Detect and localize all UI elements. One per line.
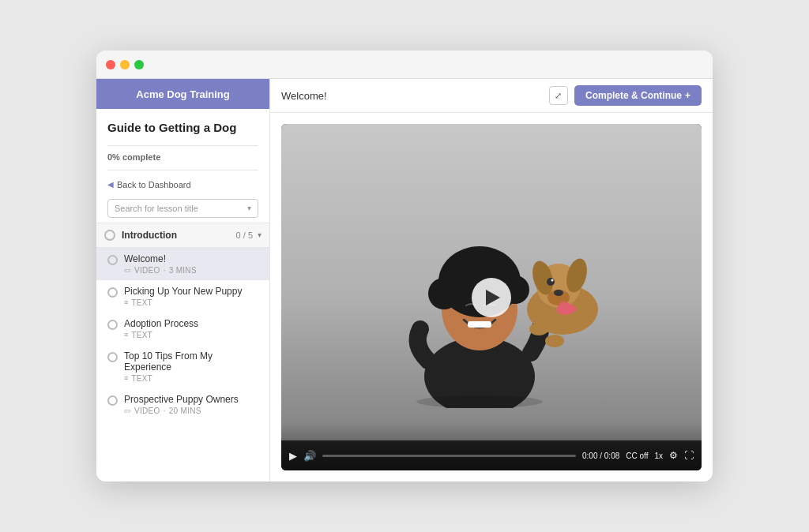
lesson-type: VIDEO bbox=[134, 406, 160, 415]
text-icon: ≡ bbox=[124, 331, 128, 339]
section-circle-icon bbox=[104, 230, 115, 241]
lesson-type: VIDEO bbox=[134, 266, 160, 275]
lesson-name: Prospective Puppy Owners bbox=[124, 394, 239, 405]
volume-button[interactable]: 🔊 bbox=[303, 450, 316, 462]
lesson-meta: ▭ VIDEO · 20 MINS bbox=[124, 406, 239, 415]
app-body: Acme Dog Training Guide to Getting a Dog… bbox=[96, 79, 713, 481]
expand-icon: ⤢ bbox=[555, 91, 562, 101]
traffic-lights bbox=[106, 60, 144, 69]
video-icon: ▭ bbox=[124, 266, 131, 274]
lesson-name: Adoption Process bbox=[124, 318, 198, 329]
lesson-type: TEXT bbox=[131, 298, 152, 307]
video-progress-bar[interactable] bbox=[322, 455, 576, 457]
video-controls-bar: ▶ 🔊 0:00 / 0:08 CC off 1x ⚙ bbox=[281, 440, 702, 470]
lesson-meta: ≡ TEXT bbox=[124, 374, 262, 383]
lesson-name: Picking Up Your New Puppy bbox=[124, 286, 242, 297]
divider-2 bbox=[107, 170, 258, 170]
progress-text: 0% complete bbox=[96, 152, 269, 165]
maximize-button[interactable] bbox=[134, 60, 144, 69]
play-triangle-icon bbox=[486, 290, 500, 305]
lesson-list: Welcome! ▭ VIDEO · 3 MINS Picking Up You… bbox=[96, 248, 269, 482]
search-placeholder-text: Search for lesson title bbox=[115, 204, 198, 213]
time-total: 0:08 bbox=[604, 451, 619, 460]
svg-point-19 bbox=[545, 335, 564, 347]
top-bar: Welcome! ⤢ Complete & Continue + bbox=[270, 79, 713, 113]
video-container: ▶ 🔊 0:00 / 0:08 CC off 1x ⚙ bbox=[270, 113, 713, 481]
section-chevron-icon: ▾ bbox=[258, 230, 262, 239]
lesson-type: TEXT bbox=[131, 331, 152, 339]
lesson-meta: ≡ TEXT bbox=[124, 298, 242, 307]
fullscreen-button[interactable]: ⛶ bbox=[684, 450, 694, 461]
lesson-circle-icon bbox=[107, 395, 118, 406]
video-time: 0:00 / 0:08 bbox=[582, 451, 619, 460]
course-title: Guide to Getting a Dog bbox=[96, 109, 269, 139]
section-header[interactable]: Introduction 0 / 5 ▾ bbox=[96, 223, 269, 248]
lesson-item[interactable]: Adoption Process ≡ TEXT bbox=[96, 313, 269, 345]
lesson-item[interactable]: Top 10 Tips From My Experience ≡ TEXT bbox=[96, 345, 269, 388]
top-bar-right: ⤢ Complete & Continue + bbox=[549, 85, 702, 106]
speed-button[interactable]: 1x bbox=[654, 451, 663, 460]
lesson-info: Picking Up Your New Puppy ≡ TEXT bbox=[124, 286, 242, 307]
svg-point-20 bbox=[416, 395, 543, 408]
title-bar bbox=[96, 51, 713, 79]
svg-point-6 bbox=[443, 261, 468, 287]
lesson-name: Top 10 Tips From My Experience bbox=[124, 350, 262, 373]
lesson-circle-icon bbox=[107, 255, 118, 265]
chevron-down-icon: ▾ bbox=[247, 204, 251, 212]
lesson-meta: ▭ VIDEO · 3 MINS bbox=[124, 266, 197, 275]
svg-point-16 bbox=[547, 278, 555, 286]
minimize-button[interactable] bbox=[120, 60, 130, 69]
app-window: Acme Dog Training Guide to Getting a Dog… bbox=[96, 51, 713, 481]
divider-1 bbox=[107, 145, 258, 146]
lesson-info: Top 10 Tips From My Experience ≡ TEXT bbox=[124, 350, 262, 383]
svg-point-17 bbox=[551, 279, 554, 281]
expand-button[interactable]: ⤢ bbox=[549, 86, 568, 105]
video-player[interactable]: ▶ 🔊 0:00 / 0:08 CC off 1x ⚙ bbox=[281, 124, 702, 470]
section-header-right: 0 / 5 ▾ bbox=[236, 230, 262, 240]
lesson-item[interactable]: Picking Up Your New Puppy ≡ TEXT bbox=[96, 280, 269, 313]
section-title: Introduction bbox=[122, 230, 177, 241]
svg-rect-9 bbox=[468, 321, 491, 328]
svg-point-18 bbox=[529, 323, 548, 335]
text-icon: ≡ bbox=[124, 374, 128, 382]
play-pause-button[interactable]: ▶ bbox=[289, 450, 297, 462]
back-to-dashboard-link[interactable]: ◀ Back to Dashboard bbox=[96, 175, 269, 194]
lesson-duration-sep: · bbox=[164, 406, 166, 415]
svg-point-8 bbox=[465, 252, 494, 280]
section-header-left: Introduction bbox=[104, 230, 177, 241]
lesson-info: Adoption Process ≡ TEXT bbox=[124, 318, 198, 339]
lesson-search-box[interactable]: Search for lesson title ▾ bbox=[107, 199, 258, 218]
lesson-type: TEXT bbox=[131, 374, 152, 383]
main-content: Welcome! ⤢ Complete & Continue + bbox=[270, 79, 713, 481]
settings-button[interactable]: ⚙ bbox=[669, 450, 678, 461]
time-current: 0:00 bbox=[582, 451, 597, 460]
play-button[interactable] bbox=[472, 278, 511, 317]
complete-btn-label: Complete & Continue bbox=[585, 90, 682, 101]
back-label: Back to Dashboard bbox=[117, 180, 191, 189]
lesson-info: Prospective Puppy Owners ▭ VIDEO · 20 MI… bbox=[124, 394, 239, 415]
text-icon: ≡ bbox=[124, 298, 128, 306]
section-count: 0 / 5 bbox=[236, 230, 253, 240]
current-lesson-title: Welcome! bbox=[281, 90, 327, 102]
lesson-circle-icon bbox=[107, 352, 118, 362]
lesson-name: Welcome! bbox=[124, 253, 197, 264]
lesson-item[interactable]: Prospective Puppy Owners ▭ VIDEO · 20 MI… bbox=[96, 388, 269, 421]
svg-point-13 bbox=[554, 290, 563, 296]
complete-btn-icon: + bbox=[685, 90, 690, 101]
sidebar: Acme Dog Training Guide to Getting a Dog… bbox=[96, 79, 270, 481]
lesson-circle-icon bbox=[107, 320, 118, 330]
arrow-left-icon: ◀ bbox=[107, 180, 114, 189]
lesson-item[interactable]: Welcome! ▭ VIDEO · 3 MINS bbox=[96, 248, 269, 280]
sidebar-header: Acme Dog Training bbox=[96, 79, 269, 109]
lesson-meta: ≡ TEXT bbox=[124, 331, 198, 339]
sidebar-header-title: Acme Dog Training bbox=[136, 88, 229, 100]
lesson-duration: · bbox=[164, 266, 166, 275]
cc-button[interactable]: CC off bbox=[626, 451, 648, 460]
close-button[interactable] bbox=[106, 60, 115, 69]
lesson-duration-value: 20 MINS bbox=[169, 406, 201, 415]
lesson-circle-icon bbox=[107, 287, 118, 298]
lesson-info: Welcome! ▭ VIDEO · 3 MINS bbox=[124, 253, 197, 275]
complete-continue-button[interactable]: Complete & Continue + bbox=[574, 85, 702, 106]
video-icon: ▭ bbox=[124, 406, 131, 414]
lesson-duration-value: 3 MINS bbox=[169, 266, 197, 275]
